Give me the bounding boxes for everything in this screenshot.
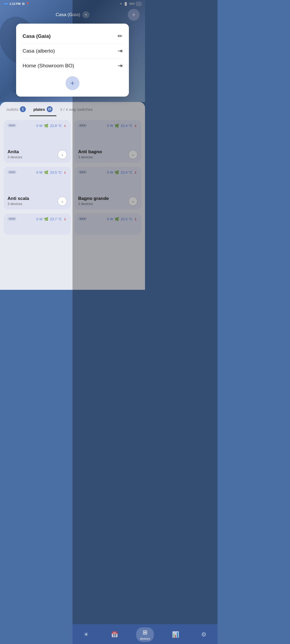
card-dots-anti-scala <box>9 171 15 173</box>
device-card-partial-1[interactable]: 0 W 🌿 23.7 °C 🌡 <box>4 213 71 235</box>
dropdown-add-button[interactable]: + <box>66 76 79 90</box>
home-dropdown-panel: Casa (Gaia) ✏ Casa (alberto) ⇥ Home (Sho… <box>16 24 129 97</box>
card-stats-anita: 0 W 🌿 22.8 °C 🌡 <box>36 124 67 128</box>
dot <box>11 171 13 173</box>
dot <box>9 218 11 219</box>
dot <box>11 125 13 126</box>
card-info-anita: Anita 3 devices <box>8 149 22 159</box>
temp-icon-anti-scala: 🌡 <box>63 170 67 174</box>
card-arrow-anita[interactable]: › <box>58 150 67 159</box>
card-dots-anita <box>9 125 15 126</box>
dropdown-divider-1 <box>23 43 122 44</box>
card-stats-partial-1: 0 W 🌿 23.7 °C 🌡 <box>36 217 67 221</box>
leaf-icon-anti-scala: 🌿 <box>44 170 48 174</box>
enter-home-icon-1: ⇥ <box>118 47 122 54</box>
card-name-anti-scala: Anti scala <box>8 196 29 201</box>
card-icon-anti-scala <box>8 170 16 174</box>
dropdown-add-section: + <box>23 76 122 90</box>
card-devices-anti-scala: 3 devices <box>8 202 29 206</box>
dot <box>13 218 15 219</box>
status-time: 1:13 PM <box>9 2 21 5</box>
pill-indicator <box>4 3 8 4</box>
temp-value-anti-scala: 23.5 °C <box>50 170 62 174</box>
card-icon-partial-1 <box>8 217 16 221</box>
tab-plates-badge: 15 <box>47 106 53 112</box>
card-arrow-anti-scala[interactable]: › <box>58 197 67 206</box>
card-bottom-anita: Anita 3 devices › <box>8 149 67 159</box>
card-dots-partial-1 <box>9 218 15 219</box>
tab-outlets-badge: 1 <box>20 106 26 112</box>
leaf-icon-partial-1: 🌿 <box>44 217 48 221</box>
card-top-anita: 0 W 🌿 22.8 °C 🌡 <box>8 124 67 128</box>
dropdown-item-casa-alberto[interactable]: Casa (alberto) ⇥ <box>23 45 122 57</box>
tab-outlets-label: outlets <box>6 107 18 112</box>
watt-value-anti-scala: 0 W <box>36 170 42 174</box>
temp-icon-partial-1: 🌡 <box>63 217 67 221</box>
temp-icon-anita: 🌡 <box>63 124 67 128</box>
temp-value-partial-1: 23.7 °C <box>50 217 62 221</box>
status-left: 1:13 PM ⊟ 📍 <box>4 2 30 6</box>
dropdown-label-home-showroom: Home (Showroom BO) <box>23 63 74 69</box>
card-stats-anti-scala: 0 W 🌿 23.5 °C 🌡 <box>36 170 67 174</box>
dot <box>13 171 15 173</box>
dropdown-label-casa-gaia: Casa (Gaia) <box>23 33 51 39</box>
dropdown-divider-2 <box>23 58 122 58</box>
card-info-anti-scala: Anti scala 3 devices <box>8 196 29 206</box>
card-devices-anita: 3 devices <box>8 155 22 159</box>
card-bottom-anti-scala: Anti scala 3 devices › <box>8 196 67 206</box>
device-card-anita[interactable]: 0 W 🌿 22.8 °C 🌡 Anita 3 devices › <box>4 120 71 163</box>
card-top-partial-1: 0 W 🌿 23.7 °C 🌡 <box>8 217 67 221</box>
dropdown-label-casa-alberto: Casa (alberto) <box>23 48 55 54</box>
dropdown-item-home-showroom[interactable]: Home (Showroom BO) ⇥ <box>23 60 122 72</box>
tab-plates-label: plates <box>33 107 45 112</box>
card-name-anita: Anita <box>8 149 22 155</box>
device-card-anti-scala[interactable]: 0 W 🌿 23.5 °C 🌡 Anti scala 3 devices › <box>4 167 71 210</box>
edit-icon: ✏ <box>118 33 122 40</box>
sim-icon: ⊟ <box>22 2 24 6</box>
enter-home-icon-2: ⇥ <box>118 62 122 69</box>
tab-plates[interactable]: plates 15 <box>30 102 56 116</box>
location-icon: 📍 <box>26 2 30 6</box>
dot <box>9 125 11 126</box>
watt-value-partial-1: 0 W <box>36 217 42 221</box>
dot <box>9 171 11 173</box>
dot <box>11 218 13 219</box>
card-top-anti-scala: 0 W 🌿 23.5 °C 🌡 <box>8 170 67 174</box>
dot <box>13 125 15 126</box>
dropdown-item-casa-gaia[interactable]: Casa (Gaia) ✏ <box>23 30 122 42</box>
temp-value-anita: 22.8 °C <box>50 124 62 128</box>
tab-outlets[interactable]: outlets 1 <box>3 102 30 116</box>
leaf-icon-anita: 🌿 <box>44 124 48 128</box>
card-icon-anita <box>8 124 16 127</box>
watt-value-anita: 0 W <box>36 124 42 128</box>
